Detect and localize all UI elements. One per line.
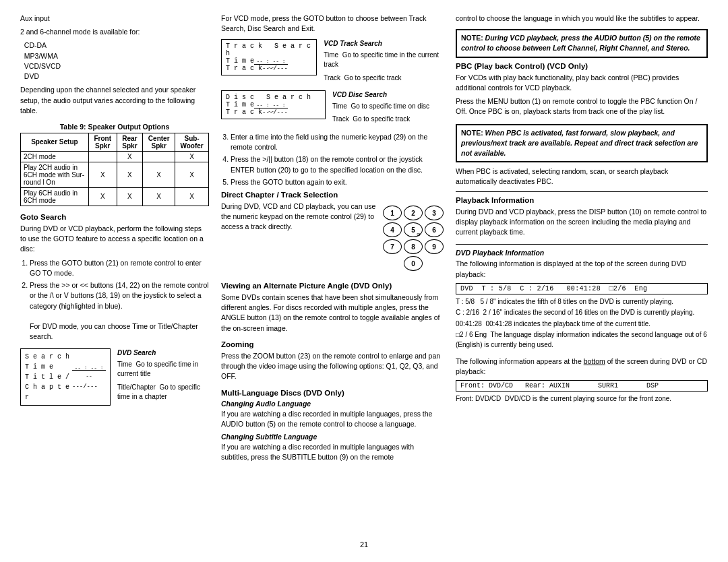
aux-line2: 2 and 6-channel mode is available for: xyxy=(20,27,209,37)
numpad-2: 2 xyxy=(404,206,423,220)
front-status-bar: Front: DVD/CD Rear: AUXIN SURR1 DSP xyxy=(456,380,708,392)
changing-subtitle-para: If you are watching a disc recorded in m… xyxy=(221,442,444,462)
vcd-disc-search-desc: VCD Disc Search Time Go to specific time… xyxy=(332,90,429,128)
zooming-section: Zooming Press the ZOOM button (23) on th… xyxy=(221,340,444,382)
disc-search-box: D i s c S e a r c h T i m e-- : -- : -- … xyxy=(221,90,326,119)
note1-box: NOTE: During VCD playback, press the AUD… xyxy=(456,29,708,57)
playback-para1: During DVD and VCD playback, press the D… xyxy=(456,207,708,238)
vcd-track-search-desc: VCD Track Search Time Go to specific tim… xyxy=(324,39,444,86)
dvd-search-box: S e a r c h T i m e-- : -- : -- T i t l … xyxy=(20,348,111,406)
numpad-6: 6 xyxy=(425,222,444,237)
numpad-7: 7 xyxy=(383,239,402,254)
dvd-playback-title: DVD Playback Information xyxy=(456,249,708,257)
speaker-table-section: Table 9: Speaker Output Options Speaker … xyxy=(20,123,209,206)
page-number: 21 xyxy=(20,540,708,549)
numpad-9: 9 xyxy=(425,239,444,254)
dvd-search-desc: DVD Search Time Go to specific time in c… xyxy=(117,348,209,406)
col-rear: Rear Spkr xyxy=(117,133,143,151)
table-row: Play 6CH audio in 6CH mode X X X X xyxy=(21,187,209,206)
direct-chapter-para: During DVD, VCD and CD playback, you can… xyxy=(221,201,376,232)
left-column: Aux input 2 and 6-channel mode is availa… xyxy=(20,13,209,538)
track-search-box: T r a c k S e a r c h T i m e-- : -- : -… xyxy=(221,39,317,75)
list-item: Press the >> or << buttons (14, 22) on t… xyxy=(30,280,209,342)
multi-lang-title: Multi-Language Discs (DVD Only) xyxy=(221,389,444,397)
changing-audio-para: If you are watching a disc recorded in m… xyxy=(221,409,444,429)
dvd-status-time: 00:41:28 00:41:28 indicates the playback… xyxy=(456,319,708,330)
multi-lang-section: Multi-Language Discs (DVD Only) Changing… xyxy=(221,389,444,463)
bottom-info-text: The following information appears at the… xyxy=(456,356,708,377)
dvd-search-title: DVD Search xyxy=(117,348,209,358)
playback-section: Playback Information During DVD and VCD … xyxy=(456,196,708,238)
table-row: Play 2CH audio in 6CH mode with Sur-roun… xyxy=(21,162,209,187)
divider-1 xyxy=(456,191,708,192)
list-item: Press the GOTO button (21) on remote con… xyxy=(30,258,209,278)
right-column: control to choose the language in which … xyxy=(456,13,708,538)
table-row: 2CH mode X X xyxy=(21,151,209,162)
goto-para: During DVD or VCD playback, perform the … xyxy=(20,224,209,255)
direct-chapter-title: Direct Chapter / Track Selection xyxy=(221,191,444,199)
col-speaker-setup: Speaker Setup xyxy=(21,133,89,151)
col-front: Front Spkr xyxy=(88,133,117,151)
pbc-para1: For VCDs with play back functionality, p… xyxy=(456,73,708,93)
col-sub: Sub-Woofer xyxy=(175,133,209,151)
viewing-para: Some DVDs contain scenes that have been … xyxy=(221,292,444,334)
col-center: Center Spkr xyxy=(143,133,175,151)
vcd-track-search-title: VCD Track Search xyxy=(324,39,444,49)
pbc-para3: When PBC is activated, selecting random,… xyxy=(456,166,708,187)
numpad-0: 0 xyxy=(404,256,423,271)
front-desc: Front: DVD/CD DVD/CD is the current play… xyxy=(456,394,708,404)
playback-title: Playback Information xyxy=(456,196,708,204)
viewing-section: Viewing an Alternate Picture Angle (DVD … xyxy=(221,282,444,334)
list-item: Press the >/|| button (18) on the remote… xyxy=(231,154,444,175)
aux-para: Depending upon the channel selected and … xyxy=(20,85,209,116)
dvd-status-t: T : 5/8 5 / 8" indicates the fifth of 8 … xyxy=(456,297,708,307)
list-item: Press the GOTO button again to exit. xyxy=(231,177,444,187)
mid-column: For VCD mode, press the GOTO button to c… xyxy=(221,13,444,538)
aux-items: CD-DA MP3/WMA VCD/SVCD DVD xyxy=(20,40,209,82)
dvd-status-bar: DVD T : 5/8 C : 2/16 00:41:28 □2/6 Eng xyxy=(456,283,708,294)
speaker-table: Speaker Setup Front Spkr Rear Spkr Cente… xyxy=(20,133,209,206)
table-caption: Table 9: Speaker Output Options xyxy=(20,123,209,131)
list-item: Enter a time into the field using the nu… xyxy=(231,132,444,152)
numpad: 1 2 3 4 5☞ 6 7 8 9 0 xyxy=(383,206,444,271)
changing-subtitle-title: Changing Subtitle Language xyxy=(221,433,444,441)
pbc-section: PBC (Play back Control) (VCD Only) For V… xyxy=(456,62,708,117)
goto-section: Goto Search During DVD or VCD playback, … xyxy=(20,213,209,342)
dvd-search-section: S e a r c h T i m e-- : -- : -- T i t l … xyxy=(20,348,209,410)
goto-vcd-text: For VCD mode, press the GOTO button to c… xyxy=(221,13,444,34)
dvd-playback-section: DVD Playback Information The following i… xyxy=(456,249,708,350)
numpad-4: 4 xyxy=(383,222,402,237)
direct-chapter-section: Direct Chapter / Track Selection During … xyxy=(221,191,444,275)
zooming-title: Zooming xyxy=(221,340,444,348)
note1-text: NOTE: During VCD playback, press the AUD… xyxy=(461,33,702,53)
divider-2 xyxy=(456,244,708,245)
vcd-disc-search-title: VCD Disc Search xyxy=(332,90,429,100)
goto-steps: Press the GOTO button (21) on remote con… xyxy=(20,258,209,342)
note2-text: NOTE: When PBC is activated, fast forwar… xyxy=(461,128,702,159)
goto-title: Goto Search xyxy=(20,213,209,221)
note2-box: NOTE: When PBC is activated, fast forwar… xyxy=(456,124,708,163)
dvd-status-c: C : 2/16 2 / 16" indicates the second of… xyxy=(456,308,708,318)
dvd-status-lang: □2 / 6 Eng The language display informat… xyxy=(456,330,708,350)
pbc-title: PBC (Play back Control) (VCD Only) xyxy=(456,62,708,70)
numpad-1: 1 xyxy=(383,206,402,220)
changing-audio-title: Changing Audio Language xyxy=(221,400,444,408)
numpad-3: 3 xyxy=(425,206,444,220)
viewing-title: Viewing an Alternate Picture Angle (DVD … xyxy=(221,282,444,290)
pbc-para2: Press the MENU button (1) on remote cont… xyxy=(456,96,708,117)
control-text: control to choose the language in which … xyxy=(456,13,708,24)
aux-section: Aux input 2 and 6-channel mode is availa… xyxy=(20,13,209,116)
numpad-8: 8 xyxy=(404,239,423,254)
numpad-5: 5☞ xyxy=(404,222,423,237)
zooming-para: Press the ZOOM button (23) on the remote… xyxy=(221,351,444,382)
aux-line1: Aux input xyxy=(20,13,209,24)
dvd-playback-para: The following information is displayed a… xyxy=(456,259,708,279)
steps-3-5: Enter a time into the field using the nu… xyxy=(221,132,444,187)
